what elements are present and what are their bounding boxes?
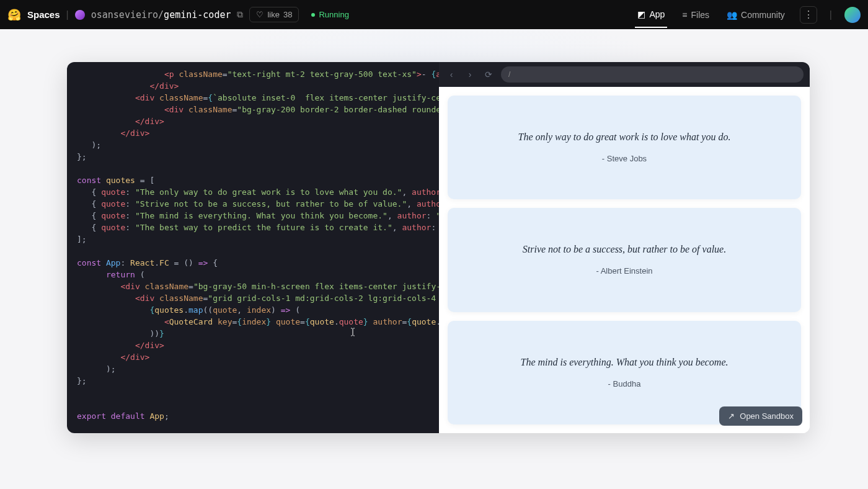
owner-name[interactable]: osansevieiro (91, 9, 158, 20)
status-badge: Running (305, 7, 355, 22)
hf-logo-icon[interactable]: 🤗 (7, 8, 21, 22)
status-dot-icon (311, 13, 315, 17)
like-button[interactable]: ♡ like 38 (249, 7, 299, 22)
heart-icon: ♡ (256, 10, 264, 19)
user-avatar[interactable] (844, 7, 861, 23)
nav-community[interactable]: 👥 Community (724, 2, 787, 27)
community-icon: 👥 (727, 10, 737, 20)
like-count: 38 (283, 10, 292, 19)
copy-icon[interactable]: ⧉ (237, 9, 243, 20)
app-icon: ◩ (637, 9, 645, 19)
topbar-right: ◩ App ≡ Files 👥 Community ⋮ | (635, 2, 861, 28)
divider: | (830, 9, 832, 20)
divider: | (66, 9, 69, 20)
topbar-left: 🤗 Spaces | osansevieiro/gemini-coder ⧉ ♡… (7, 7, 355, 22)
brand-label[interactable]: Spaces (27, 9, 60, 20)
status-text: Running (319, 10, 348, 19)
dots-icon: ⋮ (804, 9, 813, 20)
files-icon: ≡ (682, 10, 687, 20)
owner-avatar-icon[interactable] (75, 10, 85, 20)
repo-name[interactable]: gemini-coder (164, 9, 231, 20)
topbar: 🤗 Spaces | osansevieiro/gemini-coder ⧉ ♡… (0, 0, 868, 29)
like-label: like (267, 10, 280, 19)
more-button[interactable]: ⋮ (800, 6, 817, 24)
nav-files[interactable]: ≡ Files (680, 2, 712, 27)
repo-path[interactable]: osansevieiro/gemini-coder (91, 9, 231, 20)
nav-app[interactable]: ◩ App (635, 2, 667, 28)
